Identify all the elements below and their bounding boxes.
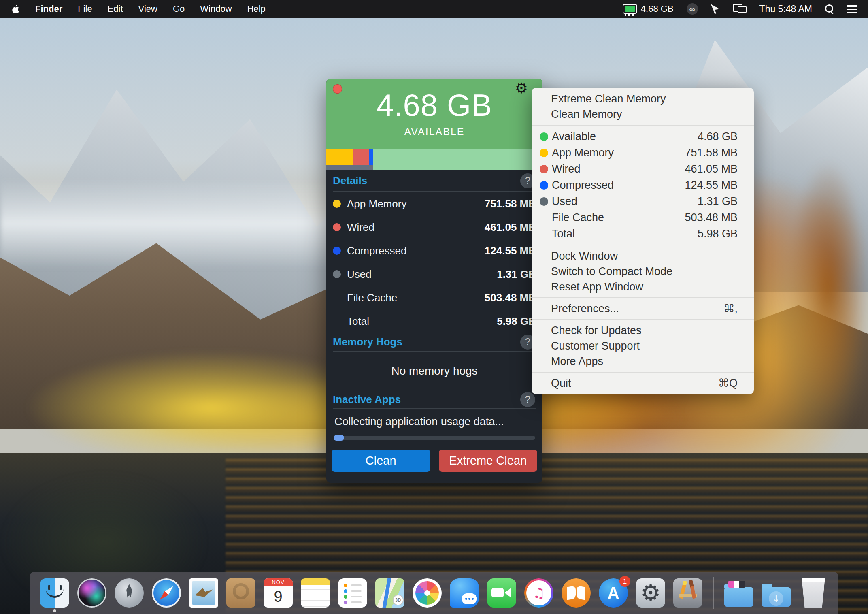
- inactive-apps-help-button[interactable]: ?: [520, 392, 535, 407]
- menu-item-more-apps[interactable]: More Apps: [532, 354, 754, 369]
- dock-itunes-icon[interactable]: ♫: [524, 578, 553, 608]
- menu-bar-clock[interactable]: Thu 5:48 AM: [760, 4, 812, 15]
- dock-system-preferences-icon[interactable]: [636, 578, 665, 608]
- memory-hogs-empty-message: No memory hogs: [326, 352, 542, 390]
- window-header: ⚙ 4.68 GB AVAILABLE: [326, 79, 542, 149]
- detail-row-app-memory: App Memory 751.58 MB: [326, 192, 542, 215]
- menu-item-go[interactable]: Go: [173, 4, 185, 14]
- dock-siri-icon[interactable]: [77, 578, 106, 608]
- stat-value: 461.05 MB: [685, 163, 738, 175]
- notification-center-icon[interactable]: [847, 5, 857, 7]
- dock-facetime-icon[interactable]: [487, 578, 516, 608]
- dock-messages-icon[interactable]: [450, 578, 479, 608]
- menu-item-customer-support[interactable]: Customer Support: [532, 338, 754, 354]
- dock-calendar-icon[interactable]: NOV 9: [264, 578, 293, 608]
- apple-menu-icon[interactable]: [12, 4, 20, 14]
- memory-hogs-section-header: Memory Hogs ?: [326, 333, 542, 351]
- memory-status-item[interactable]: 4.68 GB: [623, 4, 674, 14]
- menu-item-extreme-clean-memory[interactable]: Extreme Clean Memory: [532, 91, 754, 107]
- memory-chip-icon: [623, 4, 637, 14]
- menu-item-clean-memory[interactable]: Clean Memory: [532, 107, 754, 122]
- dock-trash-icon[interactable]: [799, 578, 828, 608]
- menu-item-help[interactable]: Help: [247, 4, 266, 14]
- dock-maps-icon[interactable]: 3D: [375, 578, 404, 608]
- menu-separator: [532, 319, 754, 320]
- stat-value: 751.58 MB: [685, 147, 738, 159]
- downloads-arrow-glyph: ↓: [769, 591, 783, 606]
- stat-label: File Cache: [552, 211, 604, 224]
- inactive-apps-title: Inactive Apps: [333, 393, 401, 406]
- menu-item-edit[interactable]: Edit: [108, 4, 123, 14]
- menu-bar-left: Finder File Edit View Go Window Help: [12, 4, 266, 14]
- preferences-shortcut: ⌘,: [723, 302, 738, 315]
- menu-item-dock-window[interactable]: Dock Window: [532, 248, 754, 264]
- dock-safari-icon[interactable]: [152, 578, 181, 608]
- spacer-dot: [540, 213, 548, 222]
- menu-separator: [532, 372, 754, 373]
- spacer-dot: [333, 317, 341, 325]
- detail-row-used: Used 1.31 GB: [326, 262, 542, 286]
- memory-bar-segments: [326, 149, 542, 165]
- close-button[interactable]: [333, 84, 342, 94]
- spacer-dot: [540, 230, 548, 238]
- menu-separator: [532, 245, 754, 245]
- compressed-dot: [540, 181, 548, 190]
- detail-row-wired: Wired 461.05 MB: [326, 215, 542, 239]
- dock-ibooks-icon[interactable]: [562, 578, 591, 608]
- dock-documents-folder-icon[interactable]: [724, 587, 753, 607]
- quit-shortcut: ⌘Q: [718, 377, 738, 390]
- progress-thumb: [334, 435, 344, 441]
- wired-dot: [540, 165, 548, 173]
- dock-reminders-icon[interactable]: [338, 578, 367, 608]
- clean-button[interactable]: Clean: [332, 450, 430, 472]
- spotlight-search-icon[interactable]: [825, 4, 834, 13]
- menu-bar-status: 4.68 GB ∞ Thu 5:48 AM: [623, 3, 857, 15]
- dock-contacts-icon[interactable]: [226, 578, 255, 608]
- extreme-clean-button[interactable]: Extreme Clean: [439, 450, 538, 472]
- menu-stat-total: Total 5.98 GB: [532, 226, 754, 242]
- dock-notes-icon[interactable]: [301, 578, 330, 608]
- detail-value: 1.31 GB: [497, 268, 536, 281]
- dock-launchpad-icon[interactable]: [115, 578, 144, 608]
- dock-divider: [713, 577, 714, 609]
- memory-status-text: 4.68 GB: [641, 4, 674, 14]
- app-store-badge: 1: [619, 576, 630, 587]
- memory-usage-bar: [326, 149, 542, 170]
- detail-label: Compressed: [347, 245, 406, 257]
- dock-mail-icon[interactable]: [189, 578, 218, 608]
- compressed-segment: [369, 149, 373, 165]
- used-dot: [333, 270, 341, 278]
- stat-label: Total: [552, 228, 575, 240]
- menu-item-check-for-updates[interactable]: Check for Updates: [532, 323, 754, 338]
- menu-item-quit[interactable]: Quit ⌘Q: [532, 375, 754, 391]
- menu-item-window[interactable]: Window: [200, 4, 232, 14]
- detail-row-file-cache: File Cache 503.48 MB: [326, 286, 542, 309]
- menu-stat-compressed: Compressed 124.55 MB: [532, 177, 754, 193]
- menu-item-finder[interactable]: Finder: [35, 4, 62, 14]
- menu-separator: [532, 125, 754, 126]
- menu-item-view[interactable]: View: [138, 4, 157, 14]
- menu-item-reset-app-window[interactable]: Reset App Window: [532, 279, 754, 294]
- displays-icon[interactable]: [733, 4, 747, 14]
- itunes-note-glyph: ♫: [524, 578, 553, 608]
- dock-downloads-folder-icon[interactable]: ↓: [762, 587, 791, 607]
- used-dot: [540, 197, 548, 206]
- dock-app-store-icon[interactable]: 1: [599, 578, 628, 608]
- gear-menu-button[interactable]: ⚙: [515, 79, 528, 97]
- dock-photos-icon[interactable]: [413, 578, 442, 608]
- inactive-apps-status: Collecting application usage data...: [326, 409, 542, 434]
- app-memory-dot: [333, 200, 341, 208]
- dock: NOV 9 3D ♫ 1 ↓: [30, 572, 838, 614]
- wired-dot: [333, 223, 341, 231]
- dock-finder-icon[interactable]: [40, 578, 69, 608]
- menu-item-file[interactable]: File: [78, 4, 92, 14]
- menu-item-switch-compact-mode[interactable]: Switch to Compact Mode: [532, 264, 754, 279]
- app-memory-segment: [326, 149, 353, 165]
- menu-item-preferences[interactable]: Preferences... ⌘,: [532, 301, 754, 316]
- wired-segment: [353, 149, 369, 165]
- creative-cloud-icon[interactable]: ∞: [687, 3, 698, 15]
- messages-mini-bubble: [462, 593, 477, 604]
- dock-drafting-tools-app-icon[interactable]: [673, 578, 702, 608]
- finder-running-indicator: [53, 609, 56, 612]
- screen-recorder-icon[interactable]: [711, 4, 720, 14]
